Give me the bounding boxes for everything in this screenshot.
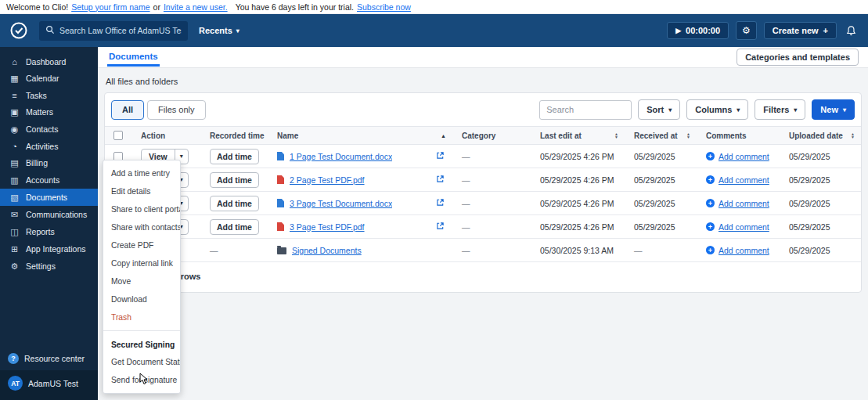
- global-search-field[interactable]: [39, 21, 188, 41]
- documents-search-input[interactable]: [539, 100, 632, 120]
- menu-item-move[interactable]: Move: [103, 272, 180, 290]
- page-header: Documents Categories and templates: [98, 47, 868, 68]
- sort-button[interactable]: Sort▾: [638, 99, 680, 120]
- clock-icon: ◔: [9, 142, 20, 151]
- add-comment-link[interactable]: Add comment: [719, 152, 769, 161]
- table-row[interactable]: View ▾ Add time 3 Page Test Document.doc…: [105, 192, 861, 215]
- menu-item-trash[interactable]: Trash: [103, 308, 180, 326]
- column-header-last-edit[interactable]: Last edit at: [531, 132, 625, 140]
- document-link[interactable]: 1 Page Test Document.docx: [290, 152, 392, 161]
- document-link[interactable]: 3 Page Test PDF.pdf: [290, 222, 365, 232]
- sidebar-item-accounts[interactable]: ▥Accounts: [0, 171, 98, 189]
- received-cell: 05/29/2025: [625, 152, 697, 161]
- create-new-button[interactable]: Create new +: [764, 22, 837, 39]
- sidebar-item-label: Settings: [26, 261, 56, 271]
- clio-logo-icon[interactable]: [9, 21, 28, 40]
- timer-button[interactable]: ▶ 00:00:00: [667, 22, 729, 39]
- table-row[interactable]: View ▾ Add time 2 Page Test PDF.pdf — 05…: [105, 168, 861, 192]
- open-external-icon[interactable]: [436, 222, 445, 232]
- sidebar-item-label: Reports: [26, 227, 55, 236]
- add-time-button[interactable]: Add time: [210, 172, 259, 188]
- menu-item-create-pdf[interactable]: Create PDF: [103, 236, 180, 254]
- menu-item-edit-details[interactable]: Edit details: [103, 182, 180, 200]
- sidebar-item-billing[interactable]: ▤Billing: [0, 154, 98, 171]
- sidebar-item-contacts[interactable]: ◉Contacts: [0, 121, 98, 138]
- add-comment-plus-icon: +: [706, 199, 715, 207]
- uploaded-cell: 05/29/2025: [780, 246, 861, 255]
- document-link[interactable]: 3 Page Test Document.docx: [290, 199, 392, 208]
- filter-all-button[interactable]: All: [111, 100, 144, 120]
- table-row[interactable]: View ▾ Add time 1 Page Test Document.doc…: [105, 145, 861, 168]
- sort-icon[interactable]: [614, 132, 618, 139]
- column-header-received[interactable]: Received at: [625, 132, 697, 140]
- menu-item-download[interactable]: Download: [103, 290, 180, 308]
- uploaded-cell: 05/29/2025: [780, 152, 861, 161]
- invite-new-user-link[interactable]: Invite a new user.: [164, 2, 228, 12]
- sidebar-item-communications[interactable]: ✉Communications: [0, 206, 98, 223]
- last-edit-cell: 05/29/2025 4:26 PM: [531, 222, 625, 232]
- new-button[interactable]: New▾: [812, 99, 855, 120]
- briefcase-icon: ▣: [9, 107, 20, 117]
- sidebar-item-label: Accounts: [26, 175, 59, 185]
- notifications-bell-icon[interactable]: [844, 25, 859, 37]
- add-comment-link[interactable]: Add comment: [719, 199, 769, 208]
- calendar-icon: ▦: [9, 74, 20, 84]
- open-external-icon[interactable]: [436, 175, 445, 185]
- add-comment-link[interactable]: Add comment: [719, 222, 769, 232]
- document-link[interactable]: 2 Page Test PDF.pdf: [290, 175, 365, 185]
- sidebar-item-app-integrations[interactable]: ⊞App Integrations: [0, 240, 98, 258]
- filters-button[interactable]: Filters▾: [755, 99, 805, 120]
- documents-icon: ▧: [9, 193, 20, 203]
- sidebar-item-label: Contacts: [26, 124, 58, 134]
- chevron-down-icon: ▾: [737, 106, 740, 114]
- recents-dropdown[interactable]: Recents ▾: [199, 26, 240, 35]
- menu-item-share-with-contacts[interactable]: Share with contacts: [103, 218, 180, 236]
- sidebar-item-reports[interactable]: ◫Reports: [0, 223, 98, 240]
- sidebar-item-calendar[interactable]: ▦Calendar: [0, 70, 98, 87]
- resource-center-button[interactable]: ? Resource center: [0, 347, 98, 370]
- sidebar-item-settings[interactable]: ⚙Settings: [0, 258, 98, 275]
- column-header-name[interactable]: Name ▲: [268, 132, 452, 140]
- menu-item-share-client-portal[interactable]: Share to client portal: [103, 200, 180, 218]
- setup-firm-name-link[interactable]: Setup your firm name: [71, 2, 149, 12]
- folder-link[interactable]: Signed Documents: [292, 246, 362, 255]
- select-all-checkbox[interactable]: [113, 131, 123, 140]
- sidebar-item-matters[interactable]: ▣Matters: [0, 103, 98, 121]
- open-external-icon[interactable]: [436, 151, 445, 161]
- timer-settings-button[interactable]: ⚙: [736, 21, 757, 40]
- columns-button[interactable]: Columns▾: [686, 99, 748, 120]
- sort-icon[interactable]: [686, 132, 690, 139]
- add-comment-plus-icon: +: [706, 246, 715, 254]
- sidebar-item-tasks[interactable]: ≡Tasks: [0, 87, 98, 103]
- sidebar-item-activities[interactable]: ◔Activities: [0, 138, 98, 154]
- column-header-uploaded[interactable]: Uploaded date: [780, 132, 861, 140]
- sidebar-item-documents[interactable]: ▧Documents: [0, 189, 98, 206]
- open-external-icon[interactable]: [436, 198, 445, 208]
- add-comment-link[interactable]: Add comment: [719, 175, 769, 185]
- top-navbar: Recents ▾ ▶ 00:00:00 ⚙ Create new +: [0, 14, 868, 47]
- envelope-icon: ✉: [9, 210, 20, 220]
- add-time-button[interactable]: Add time: [210, 149, 259, 164]
- sort-ascending-icon[interactable]: ▲: [441, 133, 446, 139]
- menu-item-get-document-status[interactable]: Get Document Status: [103, 353, 180, 371]
- menu-item-add-time-entry[interactable]: Add a time entry: [103, 164, 180, 182]
- table-row[interactable]: View ▾ Add time 3 Page Test PDF.pdf — 05…: [105, 215, 861, 239]
- add-comment-link[interactable]: Add comment: [719, 246, 769, 255]
- global-search-input[interactable]: [59, 26, 182, 35]
- add-time-button[interactable]: Add time: [210, 196, 259, 211]
- create-new-label: Create new: [773, 26, 819, 35]
- last-edit-header-label: Last edit at: [540, 132, 582, 140]
- menu-item-copy-internal-link[interactable]: Copy internal link: [103, 254, 180, 272]
- grid-icon: ⊞: [9, 244, 20, 254]
- sidebar-item-dashboard[interactable]: ⌂Dashboard: [0, 53, 98, 70]
- sort-icon[interactable]: [851, 132, 855, 139]
- filter-files-only-button[interactable]: Files only: [147, 100, 205, 120]
- subscribe-now-link[interactable]: Subscribe now: [357, 2, 411, 12]
- add-time-button[interactable]: Add time: [210, 219, 259, 235]
- categories-and-templates-button[interactable]: Categories and templates: [737, 49, 859, 66]
- table-row[interactable]: — — Signed Documents — 05/30/2025 9:13 A…: [105, 239, 861, 262]
- tab-documents[interactable]: Documents: [107, 48, 160, 67]
- user-menu[interactable]: AT AdamUS Test: [0, 370, 98, 400]
- last-edit-cell: 05/29/2025 4:26 PM: [531, 152, 625, 161]
- plus-icon: +: [823, 26, 828, 35]
